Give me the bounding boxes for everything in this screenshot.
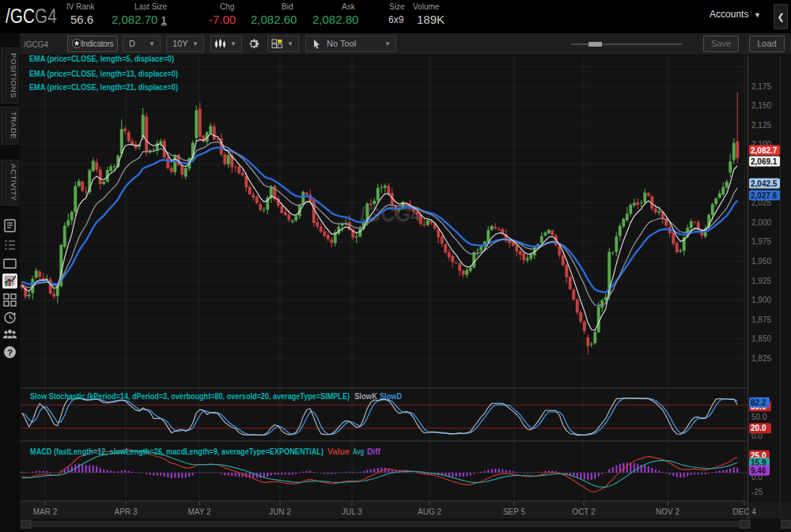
svg-text:1,850: 1,850: [751, 334, 771, 343]
svg-text:SEP 5: SEP 5: [503, 507, 526, 516]
svg-text:MAY 2: MAY 2: [187, 507, 211, 516]
svg-text:1,975: 1,975: [751, 237, 771, 246]
svg-text:EMA (price=CLOSE, length=5, di: EMA (price=CLOSE, length=5, displace=0): [29, 55, 174, 63]
svg-text:Slow Stochastic (kPeriod=14, d: Slow Stochastic (kPeriod=14, dPeriod=3, …: [30, 392, 350, 401]
svg-text:1,825: 1,825: [751, 354, 771, 363]
svg-text:2,175: 2,175: [751, 82, 771, 91]
svg-text:2,000: 2,000: [751, 218, 771, 227]
svg-text:JUN 2: JUN 2: [269, 507, 291, 516]
svg-text:OCT 2: OCT 2: [572, 507, 596, 516]
svg-text:MAR 2: MAR 2: [33, 507, 58, 516]
svg-text:Diff: Diff: [367, 447, 381, 456]
svg-text:1,950: 1,950: [751, 257, 771, 266]
svg-text:MACD (fastLength=12, slowLengt: MACD (fastLength=12, slowLength=26, macd…: [30, 447, 324, 456]
svg-text:EMA (price=CLOSE, length=21, d: EMA (price=CLOSE, length=21, displace=0): [29, 82, 178, 92]
svg-text:1,900: 1,900: [751, 296, 771, 304]
svg-text:20.0: 20.0: [751, 424, 766, 432]
svg-text:APR 3: APR 3: [115, 507, 138, 516]
svg-text:9.46: 9.46: [751, 466, 766, 475]
svg-text:DEC 4: DEC 4: [732, 507, 756, 516]
svg-text:1,875: 1,875: [751, 315, 771, 324]
svg-text:82.2: 82.2: [751, 398, 766, 407]
svg-text:EMA (price=CLOSE, length=13, d: EMA (price=CLOSE, length=13, displace=0): [29, 69, 178, 78]
svg-text:NOV 2: NOV 2: [656, 507, 679, 516]
svg-text:50.0: 50.0: [751, 413, 767, 421]
svg-text:?: ?: [7, 348, 13, 357]
svg-text:2,069.1: 2,069.1: [751, 157, 778, 166]
svg-text:SlowD: SlowD: [380, 392, 402, 401]
svg-text:2,125: 2,125: [751, 121, 771, 130]
svg-text:-25: -25: [751, 488, 763, 496]
svg-text:Value: Value: [327, 447, 350, 456]
svg-text:2,082.7: 2,082.7: [751, 146, 778, 155]
svg-text:2,150: 2,150: [751, 101, 771, 110]
svg-text:AUG 2: AUG 2: [418, 507, 441, 516]
svg-text:JUL 3: JUL 3: [342, 507, 362, 516]
svg-text:2,042.5: 2,042.5: [751, 179, 778, 188]
svg-text:1,925: 1,925: [751, 277, 771, 285]
svg-text:Avg: Avg: [353, 447, 364, 456]
svg-text:SlowK: SlowK: [354, 392, 378, 401]
svg-text:2,027.6: 2,027.6: [751, 191, 778, 200]
